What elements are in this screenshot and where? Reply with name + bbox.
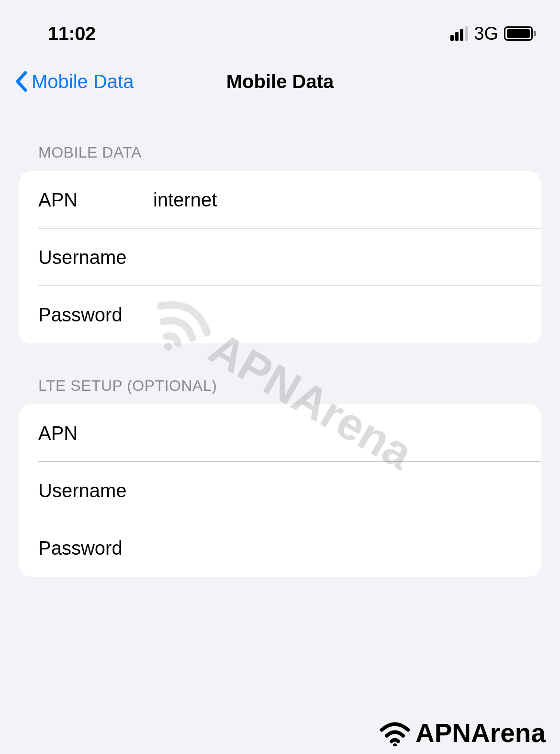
row-lte-password[interactable]: Password <box>19 519 541 577</box>
footer-text: APNArena <box>415 718 546 748</box>
label-lte-username: Username <box>38 480 153 502</box>
battery-icon <box>504 26 536 41</box>
status-time: 11:02 <box>48 23 96 45</box>
cellular-signal-icon <box>450 26 468 41</box>
nav-bar: Mobile Data Mobile Data <box>0 57 560 105</box>
lte-password-input[interactable] <box>153 537 522 559</box>
back-label: Mobile Data <box>32 71 134 92</box>
label-apn: APN <box>38 189 153 211</box>
row-password[interactable]: Password <box>19 286 541 343</box>
wifi-icon <box>378 720 412 746</box>
label-username: Username <box>38 247 153 268</box>
label-lte-password: Password <box>38 537 153 559</box>
card-lte-setup: APN Username Password <box>19 404 541 577</box>
status-right: 3G <box>450 23 536 44</box>
footer-logo: APNArena <box>378 718 546 748</box>
username-input[interactable] <box>153 247 522 268</box>
section-header-lte-setup: LTE SETUP (OPTIONAL) <box>0 377 560 395</box>
label-lte-apn: APN <box>38 423 153 444</box>
section-header-mobile-data: MOBILE DATA <box>0 144 560 161</box>
password-input[interactable] <box>153 304 522 326</box>
row-apn[interactable]: APN <box>19 171 541 228</box>
back-button[interactable]: Mobile Data <box>14 71 134 92</box>
page-title: Mobile Data <box>226 71 334 92</box>
lte-username-input[interactable] <box>153 480 522 502</box>
card-mobile-data: APN Username Password <box>19 171 541 343</box>
row-lte-apn[interactable]: APN <box>19 404 541 462</box>
network-type: 3G <box>474 23 498 44</box>
label-password: Password <box>38 304 153 326</box>
row-lte-username[interactable]: Username <box>19 462 541 519</box>
chevron-left-icon <box>14 71 28 92</box>
status-bar: 11:02 3G <box>0 0 560 57</box>
apn-input[interactable] <box>153 189 522 211</box>
lte-apn-input[interactable] <box>153 423 522 444</box>
row-username[interactable]: Username <box>19 228 541 286</box>
svg-point-1 <box>393 743 397 746</box>
